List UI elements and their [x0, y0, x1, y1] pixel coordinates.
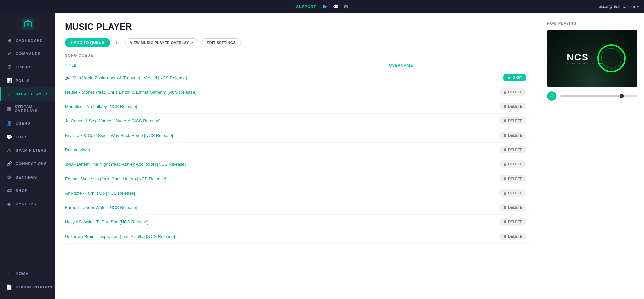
section-label: SONG QUEUE: [65, 53, 530, 57]
view-overlay-label: VIEW MUSIC PLAYER OVERLAY ↗: [130, 41, 193, 45]
spam-filters-icon: ⚠: [6, 148, 12, 153]
connections-icon: 🔗: [6, 161, 12, 166]
sidebar-item-documentation[interactable]: 📄 DOCUMENTATION: [0, 280, 55, 294]
timers-icon: ⏱: [6, 64, 12, 70]
song-title: JPB - Defeat The Night (feat. Ashley Apo…: [65, 157, 389, 171]
song-actions: 🗑 DELETE: [456, 157, 530, 171]
sidebar-item-stream-overlays[interactable]: ▣ STREAM OVERLAYS: [0, 101, 55, 117]
user-email: oscar@otothea.com: [599, 4, 635, 9]
song-actions: 🗑 DELETE: [456, 229, 530, 244]
song-title: Krys Talk & Cole Sipe - Way Back Home [N…: [65, 128, 389, 143]
documentation-icon: 📄: [6, 284, 12, 290]
topbar-center: SUPPORT 🐦 💬 ✉: [296, 4, 348, 9]
sidebar-item-spam-filters[interactable]: ⚠ SPAM FILTERS: [0, 144, 55, 157]
user-menu[interactable]: oscar@otothea.com ▾: [599, 4, 639, 9]
song-actions: ⏭ SKIP: [456, 70, 530, 85]
delete-button[interactable]: 🗑 DELETE: [499, 218, 526, 226]
sidebar-item-music-player[interactable]: ♪ MUSIC PLAYER: [0, 87, 55, 101]
toolbar: + ADD TO QUEUE ↻ VIEW MUSIC PLAYER OVERL…: [65, 38, 530, 47]
sidebar-label-settings: SETTINGS: [16, 175, 37, 179]
volume-button[interactable]: 🔊: [547, 91, 556, 101]
discord-icon[interactable]: 💬: [333, 4, 339, 9]
song-title: Anikdote - Turn It Up [NCS Release]: [65, 186, 389, 200]
song-title: Heuse - Stones (feat. Chris Linton & Emm…: [65, 85, 389, 99]
col-username: USERNAME: [389, 61, 456, 70]
sidebar-item-home[interactable]: ⌂ HOME: [0, 267, 55, 280]
sidebar-item-dyneops[interactable]: ◈ DYNEOPS: [0, 197, 55, 211]
delete-button[interactable]: 🗑 DELETE: [499, 103, 526, 110]
topbar: SUPPORT 🐦 💬 ✉ oscar@otothea.com ▾: [0, 0, 644, 13]
delete-button[interactable]: 🗑 DELETE: [499, 117, 526, 124]
sidebar-label-users: USERS: [16, 121, 30, 126]
now-playing-area: NOW PLAYING NCS NO COPYRIGHT SOUNDS 🔊: [540, 13, 644, 299]
sidebar-item-dashboard[interactable]: ⊞ DASHBOARD: [0, 34, 55, 47]
sidebar-label-home: HOME: [16, 271, 28, 276]
sidebar-item-logs[interactable]: 💬 LOGS: [0, 130, 55, 144]
sidebar-item-shop[interactable]: 🏷 SHOP: [0, 184, 55, 197]
add-to-queue-button[interactable]: + ADD TO QUEUE: [65, 38, 110, 47]
settings-icon: ⚙: [6, 175, 12, 180]
polls-icon: 📊: [6, 78, 12, 83]
user-chevron-icon: ▾: [637, 5, 639, 9]
sidebar-item-commands[interactable]: ↩ COMMANDS: [0, 47, 55, 60]
email-icon[interactable]: ✉: [344, 4, 348, 9]
song-title: Unknown Brain - Inspiration (feat. Aviel…: [65, 229, 389, 244]
song-title: Egzod - Wake Up (feat. Chris Linton) [NC…: [65, 171, 389, 186]
sidebar-label-dashboard: DASHBOARD: [16, 38, 43, 42]
delete-button[interactable]: 🗑 DELETE: [499, 233, 526, 240]
stream-overlays-icon: ▣: [6, 106, 11, 111]
sidebar-item-connections[interactable]: 🔗 CONNECTIONS: [0, 157, 55, 170]
sidebar-item-polls[interactable]: 📊 POLLS: [0, 74, 55, 87]
table-row: JPB - Defeat The Night (feat. Ashley Apo…: [65, 157, 530, 171]
sidebar-label-dyneops: DYNEOPS: [16, 202, 36, 206]
delete-button[interactable]: 🗑 DELETE: [499, 88, 526, 96]
sidebar-item-timers[interactable]: ⏱ TIMERS: [0, 60, 55, 74]
twitter-icon[interactable]: 🐦: [322, 4, 328, 9]
view-overlay-button[interactable]: VIEW MUSIC PLAYER OVERLAY ↗: [125, 38, 198, 47]
sidebar-nav: ⊞ DASHBOARD ↩ COMMANDS ⏱ TIMERS 📊 POLLS …: [0, 34, 55, 261]
song-username: [389, 143, 456, 157]
song-username: [389, 157, 456, 171]
delete-button[interactable]: 🗑 DELETE: [499, 189, 526, 197]
song-actions: 🗑 DELETE: [456, 99, 530, 114]
sidebar-item-settings[interactable]: ⚙ SETTINGS: [0, 170, 55, 184]
album-art: NCS NO COPYRIGHT SOUNDS: [547, 30, 637, 87]
sidebar-label-documentation: DOCUMENTATION: [16, 285, 52, 289]
table-row: Egzod - Wake Up (feat. Chris Linton) [NC…: [65, 171, 530, 186]
support-link[interactable]: SUPPORT: [296, 5, 316, 9]
table-row: Holly x Drivvin - Til The End [NCS Relea…: [65, 215, 530, 229]
song-title: Holly x Drivvin - Til The End [NCS Relea…: [65, 215, 389, 229]
col-actions: [456, 61, 530, 70]
delete-button[interactable]: 🗑 DELETE: [499, 175, 526, 182]
volume-slider[interactable]: [560, 95, 637, 97]
song-actions: 🗑 DELETE: [456, 143, 530, 157]
song-title: Mountkid - No Lullaby [NCS Release]: [65, 99, 389, 114]
song-username: [389, 200, 456, 215]
col-title: TITLE: [65, 61, 389, 70]
edit-settings-label: EDIT SETTINGS: [207, 41, 236, 45]
song-actions: 🗑 DELETE: [456, 200, 530, 215]
song-actions: 🗑 DELETE: [456, 85, 530, 99]
sidebar-label-logs: LOGS: [16, 135, 28, 139]
song-username: [389, 85, 456, 99]
delete-button[interactable]: 🗑 DELETE: [499, 204, 526, 211]
table-row: Jo Cohen & Sex Whales - We Are [NCS Rele…: [65, 114, 530, 128]
dashboard-icon: ⊞: [6, 38, 12, 43]
song-actions: 🗑 DELETE: [456, 215, 530, 229]
table-row: Heuse - Stones (feat. Chris Linton & Emm…: [65, 85, 530, 99]
delete-button[interactable]: 🗑 DELETE: [499, 132, 526, 139]
delete-button[interactable]: 🗑 DELETE: [499, 146, 526, 153]
music-player-icon: ♪: [6, 91, 12, 97]
edit-settings-button[interactable]: EDIT SETTINGS: [202, 38, 241, 47]
song-actions: 🗑 DELETE: [456, 114, 530, 128]
sidebar-logo[interactable]: [0, 13, 55, 34]
skip-button[interactable]: ⏭ SKIP: [503, 74, 526, 81]
delete-button[interactable]: 🗑 DELETE: [499, 160, 526, 168]
table-row: 🔊Ship Wrek, Zookeepers & Trauzers - Vess…: [65, 70, 530, 85]
player-controls: 🔊: [547, 91, 637, 101]
refresh-button[interactable]: ↻: [113, 38, 122, 47]
song-title: 🔊Ship Wrek, Zookeepers & Trauzers - Vess…: [65, 70, 389, 85]
table-row: Anikdote - Turn It Up [NCS Release]🗑 DEL…: [65, 186, 530, 200]
sidebar-item-users[interactable]: 👤 USERS: [0, 117, 55, 130]
song-username: [389, 128, 456, 143]
